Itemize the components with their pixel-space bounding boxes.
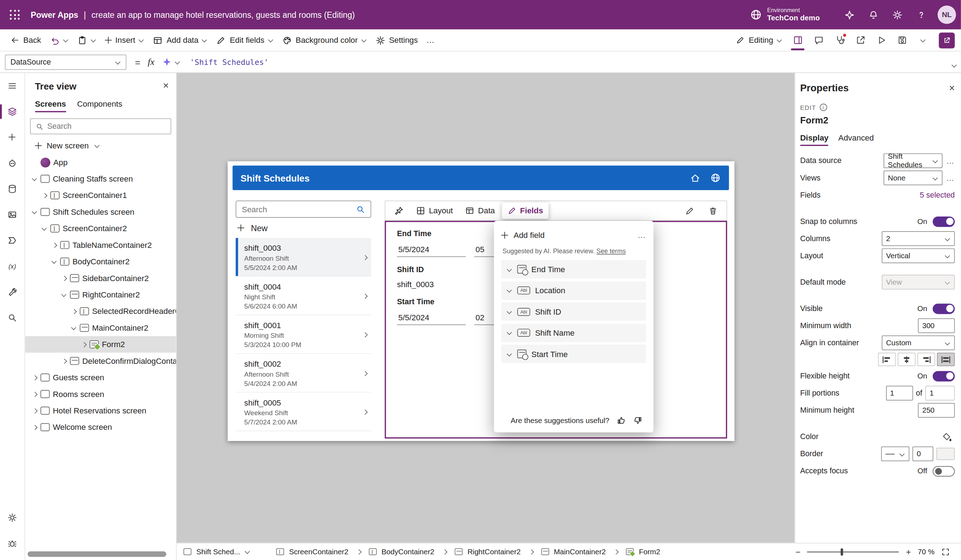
background-color-button[interactable]: Background color (278, 32, 371, 49)
thumbs-down-icon[interactable] (633, 416, 643, 425)
record-list-item[interactable]: shift_0005 Weekend Shift 5/7/2024 2:00 A… (236, 392, 371, 431)
environment-picker[interactable]: Environment TechCon demo (750, 7, 820, 22)
tree-expand-chevron-icon[interactable] (31, 424, 37, 430)
app-search-input[interactable] (242, 204, 352, 213)
property-selector[interactable]: DataSource (5, 54, 126, 69)
publish-button[interactable] (939, 32, 955, 48)
form-fields-button[interactable]: Fields (502, 202, 549, 219)
thumbs-up-icon[interactable] (617, 416, 626, 425)
rail-settings-button[interactable] (0, 505, 25, 530)
tree-item[interactable]: ScreenContainer2 (25, 220, 176, 236)
views-dropdown[interactable]: None (884, 170, 942, 185)
border-style-dropdown[interactable] (881, 446, 909, 461)
columns-dropdown[interactable]: 2 (882, 231, 955, 246)
rail-search-button[interactable] (0, 305, 25, 331)
app-launcher-button[interactable] (0, 0, 30, 30)
rail-feedback-button[interactable] (0, 530, 25, 556)
minimum-width-input[interactable] (918, 318, 955, 333)
tree-item[interactable]: Form2 (25, 336, 176, 352)
rail-insert-button[interactable] (0, 125, 25, 150)
chevron-down-icon[interactable] (506, 330, 513, 335)
app-search-box[interactable] (236, 201, 371, 218)
back-button[interactable]: Back (6, 32, 45, 49)
tree-expand-chevron-icon[interactable] (80, 341, 86, 347)
add-field-button[interactable]: Add field … (501, 227, 646, 243)
rail-tree-view-button[interactable] (0, 99, 25, 125)
align-stretch-button[interactable] (937, 353, 955, 366)
tree-expand-chevron-icon[interactable] (61, 275, 67, 281)
formula-text[interactable]: 'Shift Schedules' (190, 58, 268, 67)
new-screen-button[interactable]: New screen (25, 136, 176, 154)
help-button[interactable] (911, 5, 931, 25)
command-overflow-button[interactable]: … (422, 32, 439, 49)
tree-item[interactable]: RightContainer2 (25, 286, 176, 303)
visible-toggle[interactable] (933, 303, 955, 313)
editing-status-button[interactable]: Editing (731, 32, 786, 49)
minimum-height-value[interactable] (922, 406, 950, 414)
rail-media-button[interactable] (0, 202, 25, 228)
copilot-button[interactable] (839, 5, 860, 25)
tree-expand-chevron-icon[interactable] (51, 242, 57, 248)
tree-item[interactable]: Cleaning Staffs screen (25, 170, 176, 187)
breadcrumb-item[interactable]: MainContainer2 (535, 547, 611, 556)
record-list-item[interactable]: shift_0002 Afternoon Shift 5/4/2024 2:00… (236, 354, 371, 392)
tree-search-input[interactable] (47, 122, 166, 130)
accepts-focus-toggle[interactable] (933, 466, 955, 476)
rail-data-button[interactable] (0, 176, 25, 202)
rail-power-automate-button[interactable] (0, 228, 25, 253)
border-width-value[interactable] (917, 449, 929, 458)
chevron-down-icon[interactable] (506, 308, 513, 314)
collapse-rail-button[interactable] (0, 73, 25, 99)
tree-expand-chevron-icon[interactable] (31, 408, 37, 414)
tree-item[interactable]: Welcome screen (25, 419, 176, 435)
tree-horizontal-scrollbar[interactable] (27, 552, 166, 557)
info-icon[interactable]: i (820, 104, 827, 111)
rail-advanced-tools-button[interactable] (0, 279, 25, 305)
undo-button[interactable] (45, 32, 73, 49)
tree-item[interactable]: SelectedRecordHeaderContai (25, 303, 176, 319)
tree-expand-chevron-icon[interactable] (41, 192, 47, 198)
form-layout-button[interactable]: Layout (410, 202, 458, 219)
rail-variables-button[interactable]: (x) (0, 253, 25, 279)
tree-search-box[interactable] (30, 119, 171, 135)
form-data-button[interactable]: Data (460, 202, 500, 219)
paste-button[interactable] (73, 32, 100, 49)
breadcrumb-item[interactable]: RightContainer2 (448, 547, 526, 556)
breadcrumb-item[interactable]: ScreenContainer2 (270, 547, 354, 556)
tree-expand-chevron-icon[interactable] (31, 176, 37, 182)
tree-item[interactable]: TableNameContainer2 (25, 237, 176, 253)
tree-item[interactable]: Rooms screen (25, 386, 176, 402)
pin-button[interactable] (389, 202, 409, 219)
app-checker-button[interactable] (830, 32, 849, 49)
suggested-field-row[interactable]: Shift Name (501, 324, 646, 342)
tree-expand-chevron-icon[interactable] (71, 308, 77, 314)
chevron-down-icon[interactable] (506, 287, 513, 294)
minimum-height-input[interactable] (918, 403, 955, 418)
app-new-button[interactable]: New (236, 218, 371, 238)
app-header-container[interactable]: Shift Schedules (233, 165, 729, 190)
zoom-slider-knob[interactable] (841, 548, 843, 555)
home-icon[interactable] (690, 172, 701, 183)
tree-item[interactable]: BodyContainer2 (25, 253, 176, 270)
tree-item[interactable]: Guests screen (25, 369, 176, 385)
paste-menu-chevron-icon[interactable] (90, 37, 96, 43)
edit-fields-button[interactable]: Edit fields (212, 32, 278, 49)
save-menu-chevron-button[interactable] (913, 32, 933, 49)
align-center-button[interactable] (898, 353, 916, 366)
tree-expand-chevron-icon[interactable] (51, 258, 57, 265)
tree-expand-chevron-icon[interactable] (31, 374, 37, 380)
form-date-input[interactable]: 5/5/2024 (397, 310, 466, 325)
border-width-input[interactable] (913, 446, 933, 461)
tab-advanced[interactable]: Advanced (838, 133, 874, 146)
save-button[interactable] (892, 32, 912, 49)
zoom-slider[interactable] (807, 551, 899, 552)
see-terms-link[interactable]: See terms (596, 247, 625, 255)
layout-dropdown[interactable]: Vertical (882, 248, 955, 263)
tree-item[interactable]: MainContainer2 (25, 319, 176, 336)
fields-selected-link[interactable]: 5 selected (920, 191, 955, 199)
minimum-width-value[interactable] (922, 321, 950, 330)
tree-expand-chevron-icon[interactable] (31, 209, 37, 215)
fit-to-window-icon[interactable] (942, 547, 950, 556)
tab-display[interactable]: Display (800, 133, 829, 146)
formula-copilot-button[interactable] (162, 57, 180, 67)
